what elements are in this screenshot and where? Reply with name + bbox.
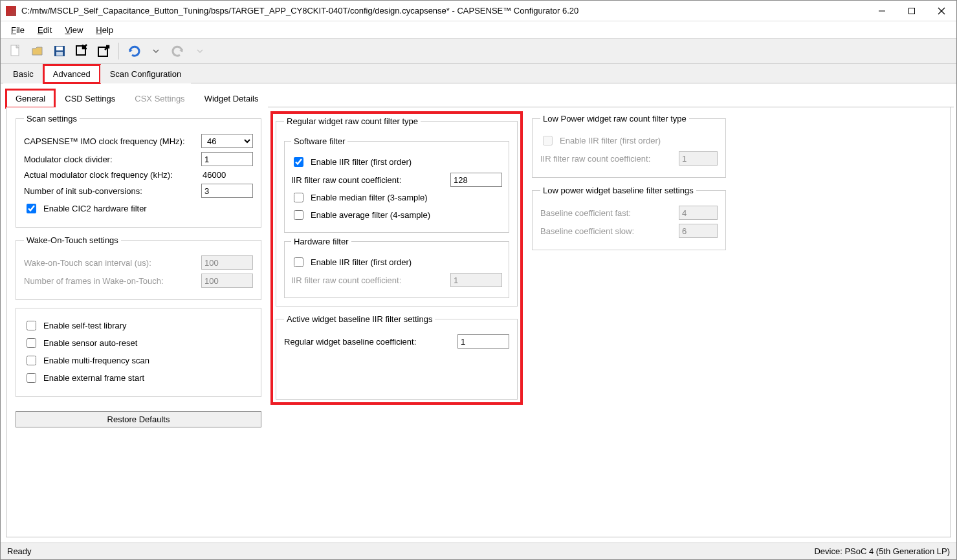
hardware-filter-group: Hardware filter Enable IIR filter (first… [284,237,509,298]
scan-settings-group: Scan settings CAPSENSE™ IMO clock freque… [16,114,261,228]
maximize-icon [908,7,916,15]
menu-file[interactable]: File [5,23,31,37]
export-button[interactable] [93,40,115,62]
status-device: Device: PSoC 4 (5th Generation LP) [814,546,950,556]
sw-enable-average-checkbox[interactable] [294,210,303,220]
menu-edit[interactable]: Edit [31,23,58,37]
import-icon [74,44,89,58]
toolbar-separator [118,43,119,59]
wot-interval-label: Wake-on-Touch scan interval (us): [24,258,196,268]
wot-frames-label: Number of frames in Wake-on-Touch: [24,276,196,286]
hardware-filter-legend: Hardware filter [291,237,351,246]
lowpower-baseline-group: Low power widget baseline filter setting… [532,186,726,250]
tab-advanced[interactable]: Advanced [43,65,100,83]
svg-rect-7 [56,52,63,56]
tab-scan-configuration[interactable]: Scan Configuration [100,65,192,83]
hw-enable-iir-label: Enable IIR filter (first order) [311,257,412,267]
minimize-icon [878,7,886,15]
sw-iir-coef-input[interactable] [450,173,502,187]
sw-enable-median-label: Enable median filter (3-sample) [311,193,428,202]
chevron-down-icon [197,48,203,54]
lp-baseline-slow-input [679,224,718,238]
lp-iir-coef-label: IIR filter raw count coefficient: [540,154,674,164]
export-icon [96,44,111,58]
menu-help[interactable]: Help [89,23,120,37]
import-button[interactable] [71,40,93,62]
open-button[interactable] [27,40,49,62]
wake-on-touch-group: Wake-On-Touch settings Wake-on-Touch sca… [16,235,261,300]
enable-autoreset-checkbox[interactable] [27,338,36,348]
save-icon [52,44,67,58]
svg-rect-1 [909,8,915,14]
new-button[interactable] [5,40,27,62]
actual-mod-freq-label: Actual modulator clock frequency (kHz): [24,170,196,180]
active-baseline-group: Active widget baseline IIR filter settin… [276,314,518,400]
svg-rect-6 [56,47,63,50]
misc-options-group: Enable self-test library Enable sensor a… [16,308,261,397]
app-window: C:/mtw/MSCLP_Self_Capacitance_Button_Tun… [0,0,957,560]
general-content: Scan settings CAPSENSE™ IMO clock freque… [6,107,951,537]
redo-dropdown[interactable] [189,40,211,62]
status-ready: Ready [7,546,32,556]
regular-filter-group: Regular widget raw count filter type Sof… [276,116,518,307]
enable-cic2-label: Enable CIC2 hardware filter [43,204,147,213]
redo-button[interactable] [167,40,189,62]
window-controls [867,1,956,21]
app-icon [6,6,16,16]
scan-settings-legend: Scan settings [24,114,80,124]
init-sub-conversions-label: Number of init sub-conversions: [24,186,196,196]
init-sub-conversions-input[interactable] [201,184,253,198]
lowpower-baseline-legend: Low power widget baseline filter setting… [540,186,696,195]
enable-selftest-checkbox[interactable] [27,321,36,330]
enable-selftest-label: Enable self-test library [43,321,127,330]
enable-cic2-checkbox[interactable] [27,204,36,213]
wot-legend: Wake-On-Touch settings [24,235,121,245]
imo-clock-label: CAPSENSE™ IMO clock frequency (MHz): [24,136,196,146]
close-icon [938,7,945,15]
lp-enable-iir-label: Enable IIR filter (first order) [560,136,661,145]
wot-interval-input [201,255,253,270]
close-button[interactable] [927,1,956,21]
sw-enable-average-label: Enable average filter (4-sample) [311,210,430,220]
subtab-csx-settings: CSX Settings [125,89,194,108]
save-button[interactable] [49,40,71,62]
reg-baseline-coef-label: Regular widget baseline coefficient: [284,337,452,347]
mod-clock-divider-input[interactable] [201,152,253,166]
menubar: File Edit View Help [1,21,956,38]
enable-extframe-checkbox[interactable] [27,373,36,383]
regular-filter-legend: Regular widget raw count filter type [284,116,421,126]
menu-view[interactable]: View [58,23,89,37]
actual-mod-freq-value: 46000 [201,170,253,180]
sw-enable-iir-checkbox[interactable] [294,157,303,167]
restore-defaults-button[interactable]: Restore Defaults [16,411,261,427]
hw-enable-iir-checkbox[interactable] [294,257,303,267]
hw-iir-coef-input [450,273,502,287]
toolbar [1,38,956,64]
enable-multifreq-checkbox[interactable] [27,356,36,365]
maximize-button[interactable] [897,1,927,21]
wot-frames-input [201,274,253,288]
regular-filter-highlight: Regular widget raw count filter type Sof… [270,111,523,405]
subtab-widget-details[interactable]: Widget Details [195,89,269,108]
tab-basic[interactable]: Basic [3,65,43,83]
sw-enable-iir-label: Enable IIR filter (first order) [311,157,412,167]
enable-multifreq-label: Enable multi-frequency scan [43,356,149,365]
undo-icon [127,44,141,58]
software-filter-group: Software filter Enable IIR filter (first… [284,136,509,233]
subtab-csd-settings[interactable]: CSD Settings [55,89,125,108]
reg-baseline-coef-input[interactable] [457,334,509,349]
imo-clock-select[interactable]: 46 [201,134,253,148]
lowpower-filter-group: Low Power widget raw count filter type E… [532,114,726,178]
undo-dropdown[interactable] [145,40,167,62]
active-baseline-legend: Active widget baseline IIR filter settin… [284,314,435,324]
titlebar: C:/mtw/MSCLP_Self_Capacitance_Button_Tun… [1,1,956,21]
undo-button[interactable] [123,40,145,62]
enable-extframe-label: Enable external frame start [43,373,144,383]
open-folder-icon [30,44,45,58]
minimize-button[interactable] [867,1,897,21]
main-tabs: Basic Advanced Scan Configuration [1,64,956,83]
sw-enable-median-checkbox[interactable] [294,193,303,202]
subtab-general[interactable]: General [6,89,55,108]
software-filter-legend: Software filter [291,136,347,146]
redo-icon [171,44,185,58]
